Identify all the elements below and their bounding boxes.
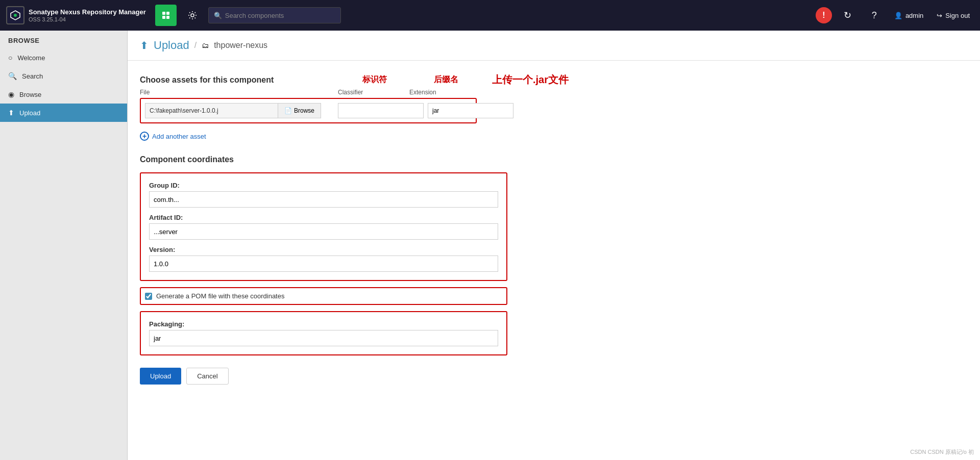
annotation-classifier: 标识符 [362, 74, 387, 85]
coordinates-title: Component coordinates [140, 155, 968, 164]
repo-icon: 🗂 [202, 41, 209, 49]
sidebar-item-welcome-label: Welcome [17, 54, 45, 62]
brand-text: Sonatype Nexus Repository Manager OSS 3.… [29, 8, 146, 22]
search-input[interactable] [225, 12, 335, 19]
sidebar-item-search[interactable]: 🔍 Search [0, 67, 127, 85]
sidebar-item-upload-label: Upload [19, 109, 40, 117]
brand-title: Sonatype Nexus Repository Manager [29, 8, 146, 16]
svg-rect-2 [162, 12, 165, 15]
user-icon: 👤 [894, 12, 902, 19]
col-file-header: File [140, 89, 334, 96]
group-id-input[interactable] [149, 191, 498, 208]
assets-title: Choose assets for this component [140, 75, 274, 84]
add-asset-button[interactable]: + Add another asset [140, 130, 206, 143]
packages-icon-btn[interactable] [155, 5, 177, 26]
refresh-icon-btn[interactable]: ↻ [837, 5, 859, 26]
packaging-box: Packaging: [140, 311, 507, 355]
breadcrumb-separator: / [194, 41, 197, 50]
browse-button[interactable]: 📄 Browse [278, 103, 321, 118]
upload-icon: ⬆ [8, 109, 14, 117]
coordinates-box: Group ID: Artifact ID: Version: [140, 172, 507, 281]
layout: Browse ○ Welcome 🔍 Search ◉ Browse ⬆ Upl… [0, 31, 980, 460]
help-icon-btn[interactable]: ? [864, 5, 885, 26]
packaging-group: Packaging: [149, 320, 498, 346]
breadcrumb: ⬆ Upload / 🗂 thpower-nexus [128, 31, 980, 61]
signout-icon: ↪ [937, 12, 942, 19]
footer-watermark: CSDN CSDN 原稿记/o 初 [910, 448, 974, 456]
generate-pom-checkbox[interactable] [145, 293, 152, 300]
browse-icon: ◉ [8, 90, 14, 98]
generate-pom-row: Generate a POM file with these coordinat… [140, 287, 507, 305]
search-nav-icon: 🔍 [8, 72, 17, 80]
svg-point-6 [191, 14, 194, 17]
version-input[interactable] [149, 255, 498, 272]
settings-icon-btn[interactable] [182, 5, 203, 26]
group-id-group: Group ID: [149, 182, 498, 208]
svg-rect-4 [162, 16, 165, 19]
signout-btn[interactable]: ↪ Sign out [933, 10, 974, 21]
main-content: ⬆ Upload / 🗂 thpower-nexus Choose assets… [128, 31, 980, 460]
annotation-extension: 后缀名 [434, 74, 458, 85]
col-classifier-header: Classifier [334, 89, 405, 96]
file-input-group: C:\fakepath\server-1.0.0.j 📄 Browse [145, 103, 334, 118]
navbar: Sonatype Nexus Repository Manager OSS 3.… [0, 0, 980, 31]
sidebar-item-upload[interactable]: ⬆ Upload [0, 104, 127, 122]
brand: Sonatype Nexus Repository Manager OSS 3.… [6, 6, 146, 24]
sidebar-item-welcome[interactable]: ○ Welcome [0, 48, 127, 67]
add-asset-label: Add another asset [152, 133, 206, 140]
search-icon: 🔍 [214, 12, 222, 19]
signout-label: Sign out [945, 12, 970, 19]
sidebar-item-browse-label: Browse [19, 91, 41, 98]
coordinates-section: Component coordinates Group ID: Artifact… [140, 155, 968, 355]
action-buttons: Upload Cancel [140, 368, 968, 385]
file-path-display: C:\fakepath\server-1.0.0.j [145, 103, 278, 118]
browse-btn-icon: 📄 [284, 107, 292, 114]
version-group: Version: [149, 246, 498, 272]
assets-section: Choose assets for this component 标识符 后缀名… [140, 73, 968, 143]
svg-rect-5 [166, 16, 169, 19]
sidebar: Browse ○ Welcome 🔍 Search ◉ Browse ⬆ Upl… [0, 31, 128, 460]
user-menu[interactable]: 👤 admin [890, 10, 927, 21]
svg-rect-3 [166, 12, 169, 15]
upload-breadcrumb-icon: ⬆ [140, 39, 149, 52]
breadcrumb-repo: thpower-nexus [214, 41, 267, 50]
group-id-label: Group ID: [149, 182, 498, 189]
welcome-icon: ○ [8, 54, 12, 62]
file-row: C:\fakepath\server-1.0.0.j 📄 Browse [140, 98, 477, 123]
packaging-input[interactable] [149, 330, 498, 346]
packaging-label: Packaging: [149, 320, 498, 328]
alert-icon[interactable]: ! [816, 7, 832, 23]
breadcrumb-title: Upload [154, 39, 189, 52]
add-asset-plus-icon: + [140, 132, 149, 141]
sidebar-section: Browse [0, 31, 127, 48]
brand-logo [6, 6, 24, 24]
sidebar-item-search-label: Search [22, 72, 43, 80]
upload-button[interactable]: Upload [140, 368, 181, 385]
col-headers: File Classifier Extension [140, 89, 477, 96]
search-box: 🔍 [208, 7, 341, 23]
col-extension-header: Extension [405, 89, 477, 96]
extension-input[interactable] [428, 103, 513, 118]
username-label: admin [905, 12, 923, 19]
page-content: Choose assets for this component 标识符 后缀名… [128, 61, 980, 397]
svg-point-1 [14, 14, 17, 17]
cancel-button[interactable]: Cancel [186, 368, 228, 385]
generate-pom-label: Generate a POM file with these coordinat… [156, 292, 284, 300]
artifact-id-group: Artifact ID: [149, 214, 498, 240]
brand-subtitle: OSS 3.25.1-04 [29, 16, 146, 22]
artifact-id-label: Artifact ID: [149, 214, 498, 221]
annotation-jar: 上传一个.jar文件 [492, 73, 569, 87]
classifier-input[interactable] [338, 103, 424, 118]
version-label: Version: [149, 246, 498, 253]
artifact-id-input[interactable] [149, 223, 498, 240]
browse-btn-label: Browse [294, 107, 314, 114]
sidebar-item-browse[interactable]: ◉ Browse [0, 85, 127, 104]
